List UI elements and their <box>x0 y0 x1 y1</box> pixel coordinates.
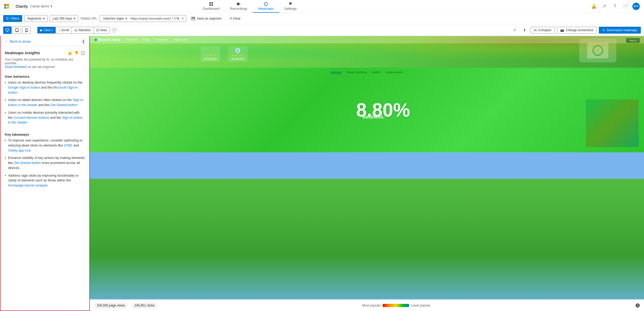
project-selector[interactable]: Clarity demo ▾ <box>30 4 52 8</box>
summarize-heatmaps-button[interactable]: ✦ Summarize heatmaps <box>599 27 641 34</box>
heatmap-toolbar: ▶ Click ▾ ↕ Scroll ◎ Attention ⊡ Area ℹ … <box>0 24 644 36</box>
site-logo-text: 🔷 Microsoft | Clarity <box>94 38 120 41</box>
html-link[interactable]: HTML <box>64 144 73 147</box>
insights-panel: ← Back to areas ❮ Heatmaps insights 👍 👎 … <box>0 36 90 311</box>
user-behaviors-title: User behaviors <box>1 72 89 80</box>
site-signin-button: Sign In <box>626 38 640 43</box>
segments-button[interactable]: Segments ▾ <box>24 15 48 22</box>
get-started-tablet-link[interactable]: Get Started button <box>50 103 77 107</box>
tablet-view-button[interactable] <box>13 26 21 34</box>
heatmap-frame: 🔷 Microsoft | Clarity Products ▾ Pricing… <box>90 36 644 311</box>
area-label: Area <box>100 28 106 32</box>
nav-item-recordings[interactable]: Recordings <box>225 0 253 13</box>
share-icon[interactable]: ↗ <box>601 3 608 10</box>
save-icon: 💾 <box>191 17 195 20</box>
rating-item-1: ➤ ★★★★★ 4.8 out of 5 <box>201 47 220 62</box>
consent-banner-link[interactable]: Consent Banner buttons <box>13 116 49 120</box>
heatmap-bottom-bar: 100,000 page views 240,851 clicks Most p… <box>90 299 644 311</box>
date-range-button[interactable]: Last 300 days ▾ <box>50 15 78 22</box>
info-icon[interactable]: ℹ <box>112 28 117 33</box>
site-nav-dots: ····· <box>194 38 197 41</box>
legend-info-icon[interactable]: ℹ <box>636 303 640 308</box>
segments-label: Segments <box>27 17 41 20</box>
scroll-label: Scroll <box>61 28 69 32</box>
toolbar-divider-1 <box>34 27 34 33</box>
subnav-heatmaps: Heatmaps <box>331 71 341 74</box>
behavior-item-1: Users on desktop devices frequently clic… <box>5 80 85 95</box>
business-label: business. <box>363 114 384 120</box>
notifications-icon[interactable]: 🔔 <box>590 3 597 10</box>
mini-heatmap-gradient <box>586 99 639 147</box>
scroll-mode-button[interactable]: ↕ Scroll <box>55 27 72 33</box>
homepage-banner-link[interactable]: homepage banner wrapper <box>8 184 47 187</box>
svg-rect-0 <box>209 2 211 4</box>
user-avatar[interactable]: U ▾ <box>632 3 640 10</box>
clear-button[interactable]: ↺ Clear <box>226 15 244 22</box>
visited-url-label: Visited URL <box>80 17 97 20</box>
site-mini-nav: 🔷 Microsoft | Clarity Products ▾ Pricing… <box>90 36 644 43</box>
back-to-areas-button[interactable]: ← Back to areas ❮ <box>1 36 89 47</box>
star-ratings: ➤ ★★★★★ 4.8 out of 5 G ★★★★½ 4.5 out of … <box>201 47 247 62</box>
save-segment-button[interactable]: 💾 Save as segment <box>188 15 224 22</box>
filters-button[interactable]: ☰ Filters <box>3 15 22 22</box>
documents-icon[interactable]: 📄 <box>622 3 629 10</box>
mobile-view-button[interactable] <box>22 26 31 34</box>
url-filter-box: matches regex ▾ ^https://clarity\.micros… <box>99 15 186 22</box>
nav-item-dashboard[interactable]: Dashboard <box>197 0 225 13</box>
mini-heatmap-preview <box>586 99 639 147</box>
download-heatmap-button[interactable]: ⬇ <box>521 26 529 34</box>
page-views-badge: 100,000 page views <box>94 303 128 308</box>
filter-icon: ☰ <box>6 17 9 20</box>
site-nav-products: Products ▾ <box>126 38 137 41</box>
url-match-chevron: ▾ <box>126 17 127 20</box>
toolbar-right-actions: ↗ ⬇ ⇆ Compare 📷 Change screenshot ✦ Summ… <box>511 26 641 34</box>
site-preview: 🔷 Microsoft | Clarity Products ▾ Pricing… <box>90 36 644 311</box>
share-feedback-suffix: so we can improve! <box>27 65 55 69</box>
site-section-hero: 🔷 Microsoft | Clarity Products ▾ Pricing… <box>90 36 644 68</box>
insights-title: Heatmaps insights <box>5 51 40 55</box>
save-segment-label: Save as segment <box>197 17 221 20</box>
thumbs-down-icon[interactable]: 👎 <box>74 51 78 55</box>
change-screenshot-button[interactable]: 📷 Change screenshot <box>557 27 597 34</box>
url-filter-clear-icon[interactable]: ✕ <box>181 17 184 20</box>
filters-label: Filters <box>11 17 19 20</box>
site-section-bottom: Clarity is free forever <box>90 152 644 179</box>
nav-divider <box>12 4 12 9</box>
rating2-value: 4.5 out of 5 <box>231 57 244 60</box>
thumbs-up-icon[interactable]: 👍 <box>67 51 72 55</box>
nav-heatmaps-label: Heatmaps <box>258 7 274 11</box>
ai-notice-text: Your insights are powered by AI, so mist… <box>1 56 89 72</box>
desktop-view-button[interactable] <box>3 26 12 34</box>
heatmap-area: 🔷 Microsoft | Clarity Products ▾ Pricing… <box>90 36 644 311</box>
share-feedback-link[interactable]: Share feedback <box>5 65 27 69</box>
heatmap-legend: Most popular Least popular <box>362 304 430 307</box>
site-sub-nav: Heatmaps Session recordings Insights Goo… <box>90 68 644 77</box>
collapse-panel-icon[interactable]: ❮ <box>82 39 85 43</box>
subnav-analytics: Google Analytics <box>386 71 403 74</box>
back-to-areas-label: Back to areas <box>10 39 31 43</box>
takeaway-item-3: Address rage clicks by improving functio… <box>5 173 85 188</box>
change-screenshot-label: Change screenshot <box>566 28 593 32</box>
legend-gradient <box>383 304 409 307</box>
segments-chevron: ▾ <box>43 17 45 20</box>
url-value-text: ^https://clarity\.microsoft\.com/(\.?.*)… <box>130 17 179 20</box>
svg-rect-4 <box>237 3 239 5</box>
compare-button[interactable]: ⇆ Compare <box>531 27 555 34</box>
project-chevron-icon: ▾ <box>50 4 52 8</box>
url-match-type-button[interactable]: matches regex ▾ <box>102 16 129 21</box>
clear-label: Clear <box>233 17 241 20</box>
nav-item-heatmaps[interactable]: Heatmaps <box>253 0 279 13</box>
click-mode-button[interactable]: ▶ Click ▾ <box>38 27 55 33</box>
help-icon[interactable]: ? <box>611 3 619 10</box>
clarity-app-root-link[interactable]: Clarity app root <box>8 149 30 152</box>
nav-item-settings[interactable]: Settings <box>279 0 302 13</box>
date-chevron: ▾ <box>74 17 75 20</box>
google-signin-link[interactable]: Google Sign-In button <box>8 86 40 89</box>
rating1-value: 4.8 out of 5 <box>204 57 217 60</box>
share-heatmap-button[interactable]: ↗ <box>511 26 518 34</box>
area-mode-button[interactable]: ⊡ Area <box>93 27 109 33</box>
attention-mode-button[interactable]: ◎ Attention <box>72 27 93 33</box>
clicks-badge: 240,851 clicks <box>132 303 157 308</box>
get-started-link[interactable]: Get Started button <box>14 161 41 165</box>
copy-icon[interactable]: 📋 <box>81 51 85 55</box>
